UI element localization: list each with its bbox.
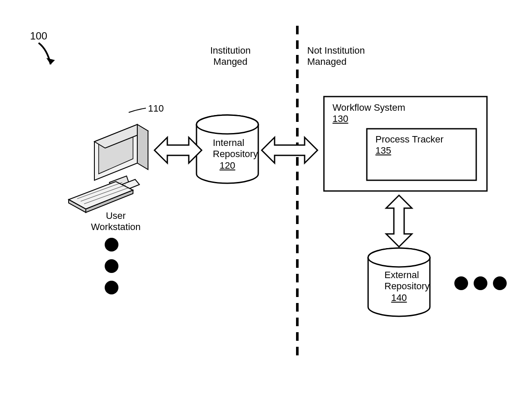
svg-marker-15	[154, 137, 202, 163]
svg-point-21	[105, 259, 118, 273]
arrow-workflow-external	[386, 195, 412, 247]
internal-repo-label: Internal Repository 120	[213, 137, 242, 171]
svg-point-24	[474, 276, 487, 290]
svg-point-22	[105, 281, 118, 294]
ellipsis-vertical-icon	[105, 238, 118, 294]
workstation-caption: User Workstation	[91, 210, 141, 233]
workstation-ref: 110	[148, 103, 164, 114]
svg-point-19	[368, 248, 430, 267]
arrow-workstation-repo	[154, 137, 202, 163]
diagram-svg	[0, 0, 532, 397]
diagram-stage: 100 Institution Manged Not Institution M…	[0, 0, 532, 397]
svg-point-23	[454, 276, 468, 290]
process-tracker-label: Process Tracker 135	[375, 134, 444, 156]
workflow-system-label: Workflow System 130	[332, 102, 405, 124]
svg-marker-4	[137, 124, 148, 170]
ellipsis-horizontal-icon	[454, 276, 507, 290]
workstation-ref-leader	[129, 108, 146, 112]
svg-marker-17	[386, 195, 412, 247]
svg-point-25	[493, 276, 507, 290]
svg-point-20	[105, 238, 118, 252]
arrow-repo-workflow	[262, 137, 317, 163]
svg-point-14	[196, 115, 258, 134]
external-repo-label: External Repository 140	[384, 270, 414, 303]
svg-marker-16	[262, 137, 317, 163]
workstation-icon	[69, 124, 148, 212]
